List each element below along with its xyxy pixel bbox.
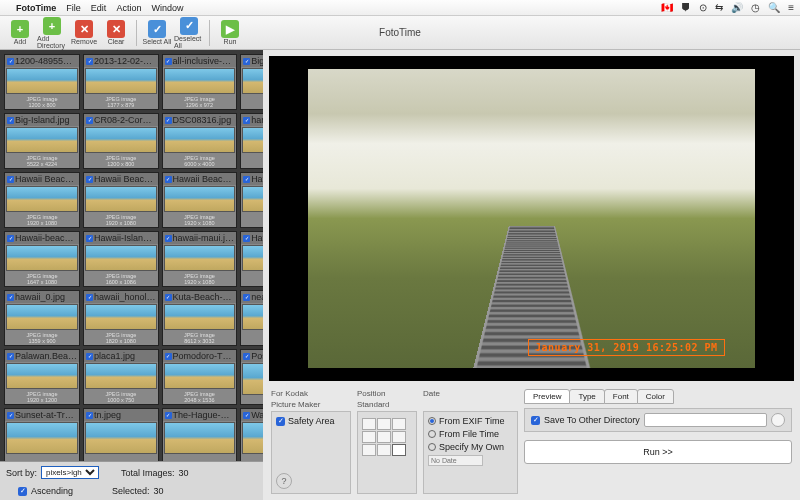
position-group: Position Standard bbox=[357, 389, 417, 494]
thumbnail[interactable]: ✓The-Hague-… bbox=[162, 408, 238, 461]
thumbnail[interactable]: ✓hawaii_honol…JPEG image1820 x 1080 bbox=[83, 290, 159, 346]
menu-window[interactable]: Window bbox=[151, 3, 183, 13]
tb-clear[interactable]: ✕Clear bbox=[101, 20, 131, 45]
tb-add[interactable]: +Add bbox=[5, 20, 35, 45]
sort-label: Sort by: bbox=[6, 468, 37, 478]
thumbnail[interactable]: ✓tn.jpeg bbox=[83, 408, 159, 461]
menu-action[interactable]: Action bbox=[116, 3, 141, 13]
wifi-icon[interactable]: ⊙ bbox=[699, 2, 707, 13]
date-stamp-overlay: January 31, 2019 16:25:02 PM bbox=[528, 339, 725, 356]
sound-icon[interactable]: 🔊 bbox=[731, 2, 743, 13]
search-icon[interactable]: 🔍 bbox=[768, 2, 780, 13]
radio-own[interactable] bbox=[428, 443, 436, 451]
position-grid[interactable] bbox=[362, 418, 412, 456]
right-controls: Preview Type Font Color ✓ Save To Other … bbox=[524, 389, 792, 494]
ascending-label: Ascending bbox=[31, 486, 73, 496]
preview-image: January 31, 2019 16:25:02 PM bbox=[308, 69, 754, 368]
run-button[interactable]: Run >> bbox=[524, 440, 792, 464]
tb-remove[interactable]: ✕Remove bbox=[69, 20, 99, 45]
ascending-checkbox[interactable]: ✓ bbox=[18, 487, 27, 496]
tb-select-all[interactable]: ✓Select All bbox=[142, 20, 172, 45]
thumbnail[interactable]: ✓all-inclusive-…JPEG image1296 x 972 bbox=[162, 54, 238, 110]
selected-value: 30 bbox=[154, 486, 164, 496]
menu-icon[interactable]: ≡ bbox=[788, 2, 794, 13]
preview-panel: January 31, 2019 16:25:02 PM For Kodak P… bbox=[263, 50, 800, 500]
thumbnail[interactable]: ✓Palawan.Bea…JPEG image1920 x 1200 bbox=[4, 349, 80, 405]
help-button[interactable]: ? bbox=[276, 473, 292, 489]
shield-icon[interactable]: ⛊ bbox=[681, 2, 691, 13]
thumbnail-grid: ✓1200-48955…JPEG image1200 x 800✓2013-12… bbox=[0, 50, 263, 461]
menu-file[interactable]: File bbox=[66, 3, 81, 13]
thumbnail[interactable]: ✓hanalei-bay-…JPEG image2880 x 1800 bbox=[240, 113, 263, 169]
sort-bar: Sort by: pixels>igh Total Images: 30 ✓ A… bbox=[0, 461, 263, 500]
thumbnail[interactable]: ✓near_white_h…JPEG image1024 x 768 bbox=[240, 290, 263, 346]
kodak-group: For Kodak Picture Maker ✓ Safety Area ? bbox=[271, 389, 351, 494]
tb-run[interactable]: ▶Run bbox=[215, 20, 245, 45]
clock-icon[interactable]: ◷ bbox=[751, 2, 760, 13]
thumbnail[interactable]: ✓Positiva2-H…JPEG image bbox=[240, 349, 263, 405]
thumbnail[interactable]: ✓Hawaii Beac…JPEG image1920 x 1080 bbox=[162, 172, 238, 228]
thumbnail[interactable]: ✓Hawaii.origin…JPEG image1920 x 1080 bbox=[240, 231, 263, 287]
thumbnail[interactable]: ✓Big-Island.jpgJPEG image5522 x 4224 bbox=[4, 113, 80, 169]
thumbnail[interactable]: ✓Hawaii Beac…JPEG image1920 x 1080 bbox=[4, 172, 80, 228]
tb-add-directory[interactable]: +Add Directory bbox=[37, 17, 67, 49]
total-value: 30 bbox=[179, 468, 189, 478]
date-group: Date From EXIF Time From File Time Speci… bbox=[423, 389, 518, 494]
date-input[interactable] bbox=[428, 455, 483, 466]
thumbnail[interactable]: ✓hawaii_0.jpgJPEG image1359 x 900 bbox=[4, 290, 80, 346]
toolbar: +Add+Add Directory✕Remove✕Clear✓Select A… bbox=[0, 16, 800, 50]
thumbnail[interactable]: ✓Sunset-at-Tr… bbox=[4, 408, 80, 461]
toggle-icon[interactable]: ⇆ bbox=[715, 2, 723, 13]
thumbnail[interactable]: ✓Hawaii Beac…JPEG image1920 x 1080 bbox=[240, 172, 263, 228]
sort-select[interactable]: pixels>igh bbox=[41, 466, 99, 479]
thumbnail[interactable]: ✓1200-48955…JPEG image1200 x 800 bbox=[4, 54, 80, 110]
thumbnail[interactable]: ✓placa1.jpgJPEG image1000 x 750 bbox=[83, 349, 159, 405]
total-label: Total Images: bbox=[121, 468, 175, 478]
selected-label: Selected: bbox=[112, 486, 150, 496]
controls-row: For Kodak Picture Maker ✓ Safety Area ? … bbox=[263, 385, 800, 500]
thumbnail[interactable]: ✓Pomodoro-T…JPEG image2048 x 1536 bbox=[162, 349, 238, 405]
app-name[interactable]: FotoTime bbox=[16, 3, 56, 13]
thumbnail[interactable]: ✓Hawaii-beac…JPEG image1647 x 1080 bbox=[4, 231, 80, 287]
tab-color[interactable]: Color bbox=[637, 389, 674, 404]
tab-type[interactable]: Type bbox=[569, 389, 604, 404]
mac-menubar: FotoTime File Edit Action Window 🇨🇦 ⛊ ⊙ … bbox=[0, 0, 800, 16]
tb-deselect-all[interactable]: ✓Deselect All bbox=[174, 17, 204, 49]
tabs: Preview Type Font Color bbox=[524, 389, 792, 404]
flag-icon[interactable]: 🇨🇦 bbox=[661, 2, 673, 13]
browse-button[interactable] bbox=[771, 413, 785, 427]
radio-exif[interactable] bbox=[428, 417, 436, 425]
thumbnail[interactable]: ✓hawaii-maui.j…JPEG image1920 x 1080 bbox=[162, 231, 238, 287]
tab-font[interactable]: Font bbox=[604, 389, 638, 404]
preview-viewport: January 31, 2019 16:25:02 PM bbox=[269, 56, 794, 381]
window-title: FotoTime bbox=[379, 27, 421, 38]
thumbnail[interactable]: ✓Kuta-Beach-…JPEG image8612 x 3032 bbox=[162, 290, 238, 346]
thumbnail[interactable]: ✓2013-12-02-…JPEG image1377 x 879 bbox=[83, 54, 159, 110]
thumbnail[interactable]: ✓Big-Island-H…JPEG image5520 x 3670 bbox=[240, 54, 263, 110]
thumbnail-panel: ✓1200-48955…JPEG image1200 x 800✓2013-12… bbox=[0, 50, 263, 500]
radio-file[interactable] bbox=[428, 430, 436, 438]
thumbnail[interactable]: ✓Hawaii-Islan…JPEG image1600 x 1086 bbox=[83, 231, 159, 287]
thumbnail[interactable]: ✓DSC08316.jpgJPEG image6000 x 4000 bbox=[162, 113, 238, 169]
thumbnail[interactable]: ✓Waikiki-Beac… bbox=[240, 408, 263, 461]
menu-edit[interactable]: Edit bbox=[91, 3, 107, 13]
tab-preview[interactable]: Preview bbox=[524, 389, 570, 404]
thumbnail[interactable]: ✓Hawaii Beac…JPEG image1920 x 1080 bbox=[83, 172, 159, 228]
safety-checkbox[interactable]: ✓ bbox=[276, 417, 285, 426]
path-field[interactable] bbox=[644, 413, 767, 427]
save-checkbox[interactable]: ✓ bbox=[531, 416, 540, 425]
thumbnail[interactable]: ✓CR08-2-Cor…JPEG image1200 x 800 bbox=[83, 113, 159, 169]
